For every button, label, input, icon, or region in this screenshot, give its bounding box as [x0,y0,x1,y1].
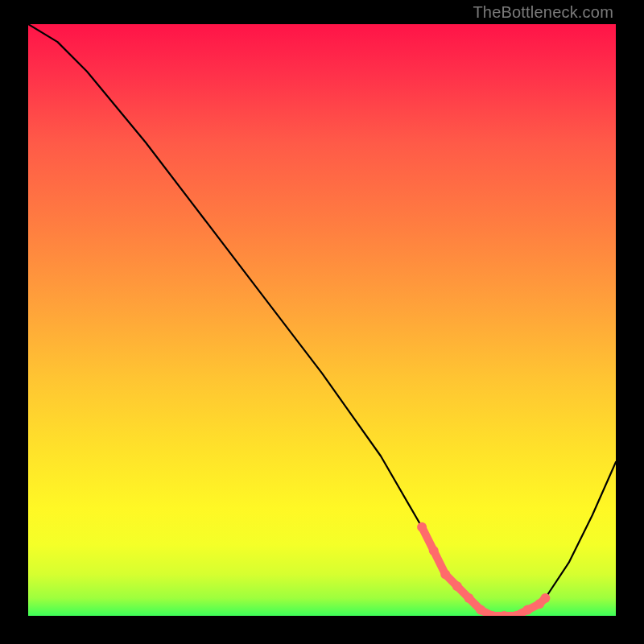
highlight-markers-group [417,522,550,616]
highlight-marker [452,581,462,591]
highlight-marker [429,546,439,555]
highlight-stroke [422,527,545,616]
plot-area [28,24,616,616]
bottleneck-curve-path [28,24,616,616]
highlight-marker [417,522,427,532]
highlight-marker [523,605,533,615]
attribution-text: TheBottleneck.com [473,3,613,22]
chart-overlay [28,24,616,616]
highlight-marker [499,611,509,616]
highlight-marker [476,605,485,615]
highlight-marker [464,593,474,603]
highlight-marker [540,593,550,603]
highlight-marker [440,570,450,580]
chart-stage: TheBottleneck.com [0,0,644,644]
